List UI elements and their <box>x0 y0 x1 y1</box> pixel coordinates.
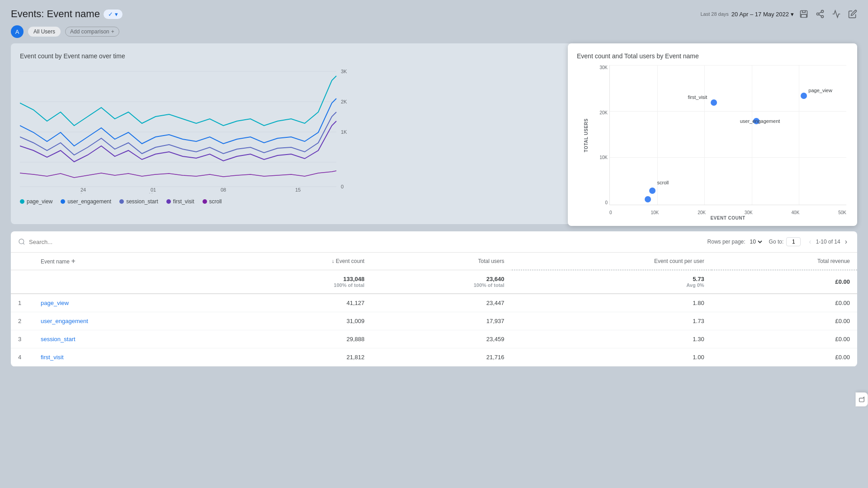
rows-per-page-select[interactable]: 10 25 50 <box>748 238 764 245</box>
row-3-event-link[interactable]: session_start <box>41 336 75 343</box>
svg-text:3K: 3K <box>341 69 347 74</box>
row-1-num: 1 <box>11 294 33 312</box>
total-event-count: 133,048 100% of total <box>225 270 372 294</box>
row-4-event-link[interactable]: first_visit <box>41 354 64 361</box>
scatter-popup: Event count and Total users by Event nam… <box>568 43 857 226</box>
prev-page-button[interactable]: ‹ <box>806 237 814 247</box>
row-2-event-count-per-user: 1.73 <box>512 312 712 330</box>
row-2-total-users: 17,937 <box>372 312 511 330</box>
scatter-point-session-start <box>645 196 651 202</box>
avatar: A <box>11 25 24 38</box>
legend-label-user-engagement: user_engagement <box>67 198 111 205</box>
svg-text:2K: 2K <box>341 99 347 104</box>
legend-label-scroll: scroll <box>209 198 222 205</box>
page-navigation: ‹ 1-10 of 14 › <box>806 237 850 247</box>
table-totals-row: 133,048 100% of total 23,640 100% of tot… <box>11 270 857 294</box>
timeseries-chart: 3K 2K 1K 0 24 Apr 01 May 08 <box>20 67 354 193</box>
row-3-total-users: 23,459 <box>372 330 511 348</box>
row-4-event-count: 21,812 <box>225 348 372 366</box>
svg-point-21 <box>19 239 24 244</box>
row-3-event-name: session_start <box>33 330 225 348</box>
page-title: Events: Event name <box>11 8 100 20</box>
goto-label: Go to: <box>769 239 784 245</box>
row-1-total-revenue: £0.00 <box>712 294 857 312</box>
th-event-count-per-user: Event count per user <box>512 253 712 270</box>
row-1-event-link[interactable]: page_view <box>41 300 69 306</box>
save-icon[interactable] <box>799 9 808 19</box>
row-3-total-revenue: £0.00 <box>712 330 857 348</box>
row-2-event-link[interactable]: user_engagement <box>41 318 88 324</box>
row-2-event-count: 31,009 <box>225 312 372 330</box>
scatter-y-label-20k: 20K <box>599 110 608 115</box>
th-num <box>11 253 33 270</box>
svg-text:1K: 1K <box>341 129 347 135</box>
svg-point-2 <box>817 13 819 15</box>
scatter-point-first-visit <box>711 99 717 106</box>
search-icon <box>18 238 25 245</box>
legend-label-session-start: session_start <box>126 198 158 205</box>
th-total-revenue: Total revenue <box>712 253 857 270</box>
svg-point-3 <box>821 15 824 18</box>
row-1-event-count-per-user: 1.80 <box>512 294 712 312</box>
title-badge[interactable]: ✓ ▾ <box>104 9 123 19</box>
legend-item-scroll: scroll <box>203 198 222 205</box>
goto-input[interactable] <box>786 237 801 246</box>
search-input[interactable] <box>29 239 119 245</box>
row-4-event-name: first_visit <box>33 348 225 366</box>
add-comparison-button[interactable]: Add comparison + <box>65 27 119 37</box>
share-icon[interactable] <box>816 9 825 19</box>
table-section: Rows per page: 10 25 50 Go to: ‹ 1-10 of… <box>11 231 857 366</box>
svg-text:May: May <box>149 192 158 193</box>
scatter-y-label-30k: 30K <box>599 65 608 70</box>
compare-icon[interactable] <box>832 9 841 19</box>
legend-dot-page-view <box>20 199 24 204</box>
header-icons <box>799 9 857 19</box>
scatter-x-axis-title: EVENT COUNT <box>710 216 745 221</box>
svg-line-4 <box>819 14 821 16</box>
legend-item-session-start: session_start <box>119 198 158 205</box>
legend-dot-scroll <box>203 199 207 204</box>
segment-chip[interactable]: All Users <box>28 27 61 37</box>
add-column-button[interactable]: + <box>71 257 75 265</box>
row-4-event-count-per-user: 1.00 <box>512 348 712 366</box>
scatter-y-axis-title: TOTAL USERS <box>584 118 589 152</box>
scatter-label-page-view: page_view <box>808 88 832 93</box>
row-1-event-name: page_view <box>33 294 225 312</box>
row-3-num: 3 <box>11 330 33 348</box>
feedback-button[interactable] <box>855 392 868 407</box>
svg-text:24: 24 <box>80 187 86 192</box>
legend-dot-session-start <box>119 199 124 204</box>
badge-dropdown-icon: ▾ <box>115 11 118 18</box>
svg-line-22 <box>23 243 24 244</box>
date-range: Last 28 days 20 Apr – 17 May 2022 ▾ <box>700 11 794 18</box>
table-row: 1 page_view 41,127 23,447 1.80 £0.00 <box>11 294 857 312</box>
svg-text:Apr: Apr <box>80 192 87 193</box>
th-event-name: Event name + <box>33 253 225 270</box>
total-event-name <box>33 270 225 294</box>
legend-item-page-view: page_view <box>20 198 52 205</box>
date-range-label: Last 28 days <box>700 11 728 17</box>
scatter-chart-area: TOTAL USERS 30K 20K 10K 0 <box>577 65 846 219</box>
table-pagination: Rows per page: 10 25 50 Go to: ‹ 1-10 of… <box>708 237 850 247</box>
total-total-users: 23,640 100% of total <box>372 270 511 294</box>
th-event-count[interactable]: ↓ Event count <box>225 253 372 270</box>
scatter-title: Event count and Total users by Event nam… <box>577 52 846 60</box>
page-header: Events: Event name ✓ ▾ Last 28 days 20 A… <box>0 0 868 25</box>
date-range-value[interactable]: 20 Apr – 17 May 2022 ▾ <box>731 11 794 18</box>
legend-label-page-view: page_view <box>27 198 52 205</box>
row-3-event-count-per-user: 1.30 <box>512 330 712 348</box>
table-row: 2 user_engagement 31,009 17,937 1.73 £0.… <box>11 312 857 330</box>
page-info: 1-10 of 14 <box>816 239 840 245</box>
legend-dot-user-engagement <box>61 199 65 204</box>
next-page-button[interactable]: › <box>842 237 850 247</box>
edit-icon[interactable] <box>848 9 857 19</box>
data-table: Event name + ↓ Event count Total users E… <box>11 253 857 366</box>
header-left: Events: Event name ✓ ▾ <box>11 8 123 20</box>
search-box <box>18 238 119 245</box>
main-content: Event count by Event name over time 3K 2… <box>0 43 868 377</box>
th-total-users: Total users <box>372 253 511 270</box>
feedback-icon <box>859 396 865 403</box>
badge-check: ✓ <box>108 11 113 18</box>
svg-text:01: 01 <box>151 187 156 192</box>
table-row: 3 session_start 29,888 23,459 1.30 £0.00 <box>11 330 857 348</box>
